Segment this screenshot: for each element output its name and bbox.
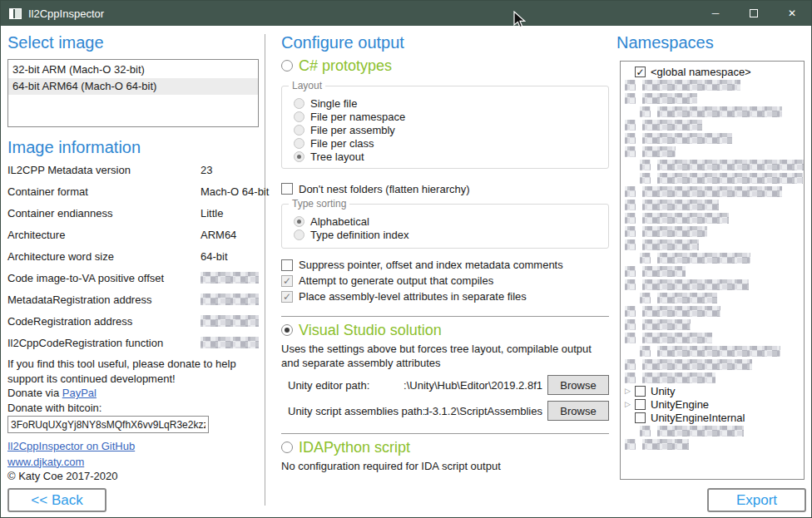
radio-icon[interactable]	[294, 98, 304, 109]
checkbox-label: Place assembly-level attributes in separ…	[299, 290, 527, 303]
radio-icon[interactable]	[294, 151, 304, 162]
radio-icon[interactable]	[294, 138, 304, 149]
back-button[interactable]: << Back	[7, 488, 106, 512]
visual-studio-label: Visual Studio solution	[299, 322, 442, 339]
redacted-label	[657, 346, 780, 357]
info-label: Code image-to-VA positive offset	[7, 272, 201, 284]
namespace-tree[interactable]: <global namespace>▷Unity▷UnityEngineUnit…	[620, 61, 805, 480]
expander-icon[interactable]: ▷	[625, 397, 635, 411]
donate-text: If you find this tool useful, please don…	[7, 357, 259, 386]
idapython-option[interactable]: IDAPython script	[281, 437, 609, 457]
redacted-checkbox	[625, 133, 636, 144]
bitcoin-address-input[interactable]	[7, 416, 209, 433]
github-link[interactable]: Il2CppInspector on GitHub	[7, 440, 135, 452]
info-value: Mach-O 64-bit	[201, 185, 269, 198]
redacted-label	[657, 426, 744, 437]
unity-assemblies-browse-button[interactable]: Browse	[547, 401, 609, 421]
csharp-prototypes-option[interactable]: C# prototypes	[281, 56, 609, 76]
namespace-item[interactable]: ▷UnityEngine	[621, 397, 804, 411]
namespace-item-redacted	[621, 185, 804, 198]
namespace-item-redacted	[621, 91, 804, 105]
flatten-hierarchy-option[interactable]: Don't nest folders (flatten hierarchy)	[281, 182, 609, 195]
radio-option[interactable]: File per namespace	[294, 110, 608, 123]
app-icon	[9, 8, 22, 19]
radio-icon[interactable]	[294, 216, 304, 227]
redacted-checkbox	[640, 106, 651, 117]
configure-output-panel: Configure output C# prototypes Layout Si…	[281, 32, 609, 473]
info-label: Container format	[7, 185, 201, 198]
namespace-checkbox[interactable]	[635, 67, 646, 77]
visual-studio-option[interactable]: Visual Studio solution	[281, 320, 609, 340]
radio-option[interactable]: Tree layout	[294, 150, 608, 163]
maximize-icon	[750, 9, 758, 17]
redacted-label	[642, 439, 689, 450]
radio-icon[interactable]	[294, 111, 304, 122]
namespace-checkbox[interactable]	[635, 399, 646, 410]
checkbox-icon[interactable]	[281, 275, 293, 287]
radio-option[interactable]: File per class	[294, 136, 608, 150]
paypal-link[interactable]: PayPal	[62, 387, 97, 399]
namespace-item-redacted	[621, 224, 804, 238]
maximize-button[interactable]	[735, 1, 773, 26]
website-link[interactable]: www.djkaty.com	[7, 456, 84, 468]
csharp-radio-icon[interactable]	[281, 60, 293, 72]
namespace-item[interactable]: ▷Unity	[621, 384, 804, 397]
redacted-label	[657, 160, 804, 170]
redacted-checkbox	[625, 439, 636, 450]
namespace-item-redacted	[621, 318, 804, 331]
unity-assemblies-path-value: ate.3d-3.1.2\ScriptAssemblies	[425, 405, 542, 417]
export-button[interactable]: Export	[707, 488, 806, 512]
links-block: Il2CppInspector on GitHub www.djkaty.com…	[7, 438, 259, 484]
radio-option[interactable]: File per assembly	[294, 123, 608, 136]
checkbox-option[interactable]: Attempt to generate output that compiles	[281, 273, 609, 289]
idapython-radio-icon[interactable]	[281, 442, 293, 453]
image-list-item[interactable]: 64-bit ARM64 (Mach-O 64-bit)	[8, 78, 258, 95]
checkbox-icon[interactable]	[281, 259, 293, 271]
namespace-item-redacted	[621, 344, 804, 358]
flatten-checkbox-icon[interactable]	[281, 183, 293, 195]
donate-bitcoin-label: Donate with bitcoin:	[7, 401, 259, 416]
radio-option[interactable]: Type definition index	[294, 228, 608, 241]
unity-editor-path-row: Unity editor path: :\Unity\Hub\Editor\20…	[281, 375, 609, 395]
separator-line	[281, 316, 609, 317]
radio-option[interactable]: Single file	[294, 96, 608, 110]
namespace-item-redacted	[621, 105, 804, 118]
checkbox-icon[interactable]	[281, 291, 293, 303]
radio-option[interactable]: Alphabetical	[294, 215, 608, 228]
namespace-item-redacted	[621, 131, 804, 145]
radio-icon[interactable]	[294, 229, 304, 240]
namespace-item[interactable]: <global namespace>	[621, 65, 804, 78]
visual-studio-radio-icon[interactable]	[281, 324, 293, 336]
redacted-checkbox	[625, 186, 636, 197]
namespace-item[interactable]: UnityEngineInternal	[621, 411, 804, 424]
close-button[interactable]: ✕	[773, 1, 811, 26]
layout-groupbox: Layout Single fileFile per namespaceFile…	[281, 86, 609, 169]
redacted-label	[642, 93, 697, 104]
app-window: Il2CppInspector ─ ✕ Select image 32-bit …	[0, 0, 812, 518]
info-row: IL2CPP Metadata version23	[7, 159, 259, 180]
namespace-item-redacted	[621, 437, 804, 451]
redacted-checkbox	[625, 266, 636, 277]
checkbox-label: Attempt to generate output that compiles	[299, 274, 493, 287]
info-label: MetadataRegistration address	[7, 294, 201, 306]
select-image-heading: Select image	[7, 32, 259, 52]
info-value: ARM64	[201, 229, 236, 241]
namespace-checkbox[interactable]	[635, 412, 646, 423]
redacted-label	[657, 253, 750, 264]
expander-icon[interactable]: ▷	[625, 384, 635, 397]
radio-label: Alphabetical	[310, 215, 369, 228]
radio-icon[interactable]	[294, 125, 304, 136]
image-list-item[interactable]: 32-bit ARM (Mach-O 32-bit)	[8, 62, 258, 78]
image-list[interactable]: 32-bit ARM (Mach-O 32-bit)64-bit ARM64 (…	[7, 59, 259, 127]
output-checkboxes: Suppress pointer, offset and index metad…	[281, 257, 609, 304]
redacted-checkbox	[625, 333, 636, 343]
info-label: IL2CPP Metadata version	[7, 164, 201, 176]
minimize-button[interactable]: ─	[696, 1, 735, 26]
checkbox-option[interactable]: Place assembly-level attributes in separ…	[281, 289, 609, 304]
namespace-checkbox[interactable]	[635, 386, 646, 397]
info-value: Little	[201, 207, 223, 220]
type-sorting-group-title: Type sorting	[289, 198, 349, 210]
namespace-item-redacted	[621, 251, 804, 264]
unity-editor-browse-button[interactable]: Browse	[547, 375, 609, 395]
checkbox-option[interactable]: Suppress pointer, offset and index metad…	[281, 257, 609, 273]
